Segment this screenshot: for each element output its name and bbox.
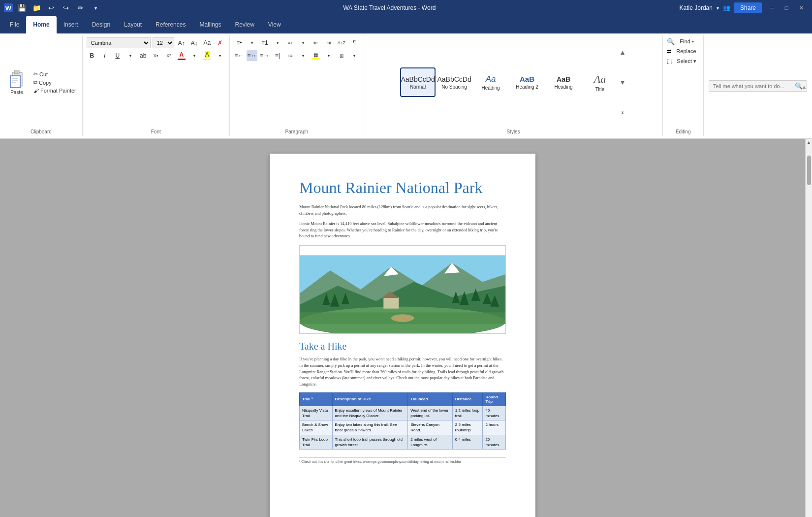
search-input[interactable]	[713, 83, 795, 89]
borders-button[interactable]: ⊞	[336, 50, 347, 61]
replace-button[interactable]: Replace	[673, 47, 699, 55]
more-qat-button[interactable]: ▾	[90, 2, 101, 14]
decrease-indent-button[interactable]: ⇤	[311, 37, 321, 48]
paste-button[interactable]: Paste	[4, 68, 30, 97]
font-size-select[interactable]: 12 10 14	[153, 37, 174, 48]
scroll-thumb[interactable]	[807, 156, 811, 185]
sort-button[interactable]: A↕Z	[336, 37, 347, 48]
underline-dropdown-button[interactable]: ▾	[125, 50, 136, 61]
decrease-font-button[interactable]: A↓	[189, 37, 200, 48]
clear-format-button[interactable]: ✗	[215, 37, 225, 48]
numbering-dropdown[interactable]: ▾	[272, 37, 283, 48]
highlight-color-button[interactable]: A	[202, 50, 213, 61]
hike-table: Trail ¹ Description of Hike Trailhead Di…	[299, 392, 506, 450]
paragraph-row-2: ≡← ≡↔ ≡→ ≡| ↕≡ ▾ ▦ ▾ ⊞ ▾	[234, 50, 360, 61]
numbering-button[interactable]: ≡1	[259, 37, 270, 48]
ribbon-body: Paste ✂ Cut ⧉ Copy 🖌 Format Painter	[0, 33, 812, 139]
tab-mailings[interactable]: Mailings	[192, 16, 228, 33]
multilevel-button[interactable]: ≡↕	[285, 37, 296, 48]
table-row: Nisqually Vista Trail Enjoy excellent vi…	[300, 406, 506, 420]
style-title[interactable]: Aa Title	[582, 67, 618, 97]
font-row-2: B I U ▾ ab X₂ X² A ▾ A ▾	[87, 50, 225, 61]
style-no-spacing[interactable]: AaBbCcDd No Spacing	[437, 67, 472, 97]
font-color-dropdown[interactable]: ▾	[189, 50, 200, 61]
align-center-button[interactable]: ≡↔	[247, 50, 257, 61]
strikethrough-button[interactable]: ab	[138, 50, 149, 61]
tab-home[interactable]: Home	[26, 16, 56, 33]
multilevel-dropdown[interactable]: ▾	[298, 37, 309, 48]
font-color-button[interactable]: A	[176, 50, 187, 61]
borders-dropdown[interactable]: ▾	[349, 50, 360, 61]
section-paragraph: If you're planning a day hike in the par…	[299, 356, 506, 388]
shading-dropdown[interactable]: ▾	[323, 50, 334, 61]
document-title: Mount Rainier National Park	[299, 178, 506, 197]
shading-button[interactable]: ▦	[311, 50, 321, 61]
change-case-button[interactable]: Aa	[202, 37, 213, 48]
underline-button[interactable]: U	[112, 50, 123, 61]
tab-view[interactable]: View	[261, 16, 288, 33]
styles-more-button[interactable]: ⊻	[619, 97, 626, 127]
svg-rect-2	[10, 76, 20, 88]
styles-scroll-down-button[interactable]: ▼	[619, 67, 626, 97]
share-button[interactable]: Share	[734, 2, 762, 13]
justify-button[interactable]: ≡|	[272, 50, 283, 61]
document-area[interactable]: ▲ Mount Rainier National Park Mount Rain…	[0, 139, 805, 517]
styles-scroll-up-button[interactable]: ▲	[619, 37, 626, 67]
user-dropdown-icon[interactable]: ▾	[717, 5, 719, 11]
user-name: Katie Jordan	[680, 4, 713, 11]
style-heading2[interactable]: AaB Heading 2	[509, 67, 545, 97]
select-button[interactable]: Select ▾	[674, 57, 699, 65]
bold-button[interactable]: B	[87, 50, 97, 61]
style-nospace-label: No Spacing	[441, 84, 467, 90]
paste-icon	[8, 70, 26, 90]
trail-name-3: Twin Firs Loop Trail	[300, 435, 333, 449]
italic-button[interactable]: I	[99, 50, 110, 61]
document-page[interactable]: Mount Rainier National Park Mount Rainie…	[270, 154, 535, 517]
line-spacing-button[interactable]: ↕≡	[285, 50, 296, 61]
tab-design[interactable]: Design	[85, 16, 117, 33]
styles-scroll-buttons: ▲ ▼ ⊻	[619, 37, 626, 127]
open-qat-button[interactable]: 📁	[31, 2, 42, 14]
bullets-button[interactable]: ≡•	[234, 37, 245, 48]
highlight-dropdown[interactable]: ▾	[215, 50, 225, 61]
style-h2-preview: AaB	[520, 75, 534, 83]
maximize-button[interactable]: □	[781, 3, 791, 13]
copy-button[interactable]: ⧉ Copy	[31, 79, 78, 86]
tab-references[interactable]: References	[149, 16, 192, 33]
bullets-dropdown[interactable]: ▾	[247, 37, 257, 48]
undo-qat-button[interactable]: ↩	[45, 2, 57, 14]
close-button[interactable]: ✕	[796, 3, 806, 13]
style-heading3[interactable]: AaB Heading	[546, 67, 581, 97]
format-painter-button[interactable]: 🖌 Format Painter	[31, 87, 78, 94]
cut-button[interactable]: ✂ Cut	[31, 70, 78, 78]
tab-insert[interactable]: Insert	[57, 16, 85, 33]
style-heading1[interactable]: Aa Heading	[473, 67, 508, 97]
show-marks-button[interactable]: ¶	[349, 37, 360, 48]
copy-icon: ⧉	[33, 79, 37, 86]
line-spacing-dropdown[interactable]: ▾	[298, 50, 309, 61]
tab-file[interactable]: File	[3, 16, 26, 33]
right-scrollbar[interactable]: ▲ ▼	[805, 139, 812, 517]
styles-group: AaBbCcDd Normal AaBbCcDd No Spacing Aa H…	[364, 35, 663, 136]
quick-access-toolbar: W 💾 📁 ↩ ↪ ✏ ▾	[0, 0, 105, 16]
font-family-select[interactable]: Cambria Arial Times New Roman	[87, 37, 151, 48]
tab-layout[interactable]: Layout	[117, 16, 149, 33]
superscript-button[interactable]: X²	[163, 50, 174, 61]
align-right-button[interactable]: ≡→	[259, 50, 270, 61]
table-header-distance: Distance	[452, 392, 483, 406]
align-left-button[interactable]: ≡←	[234, 50, 245, 61]
subscript-button[interactable]: X₂	[151, 50, 161, 61]
tab-review[interactable]: Review	[228, 16, 261, 33]
find-button[interactable]: Find ▾	[677, 37, 696, 45]
save-qat-button[interactable]: 💾	[16, 2, 28, 14]
scroll-up-button[interactable]: ▲	[806, 139, 812, 146]
increase-font-button[interactable]: A↑	[176, 37, 187, 48]
redo-qat-button[interactable]: ↪	[60, 2, 72, 14]
search-bar[interactable]: 🔍	[709, 80, 807, 92]
table-header-trailhead: Trailhead	[408, 392, 453, 406]
style-normal[interactable]: AaBbCcDd Normal	[400, 67, 436, 97]
word-icon: W	[4, 3, 13, 12]
increase-indent-button[interactable]: ⇥	[323, 37, 334, 48]
touch-qat-button[interactable]: ✏	[75, 2, 87, 14]
minimize-button[interactable]: ─	[767, 3, 777, 13]
